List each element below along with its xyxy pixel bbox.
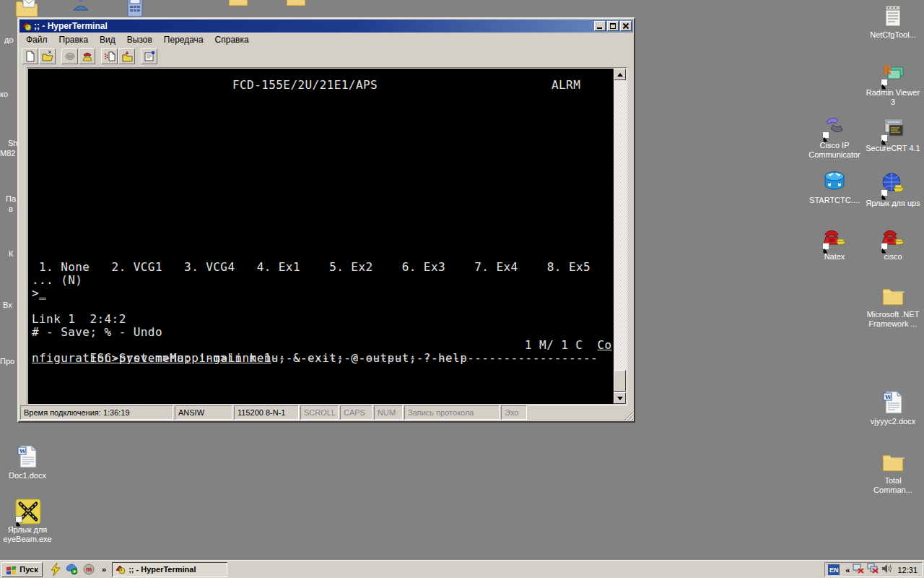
hidden-icon-label-fragment: К (9, 249, 13, 258)
terminal-help-line: ESC-prev.menu; !-main menu; &-exit; @-ou… (32, 339, 614, 391)
desktop-icon-dotnet-folder[interactable]: Microsoft .NET Framework ... (864, 283, 922, 329)
desktop-icon-total-commander[interactable]: Total Comman... (864, 449, 922, 495)
icon-label: Microsoft .NET Framework ... (864, 310, 922, 329)
cisco-ipc-icon (822, 114, 847, 139)
partial-icon-folder[interactable] (285, 0, 307, 10)
status-connection-time: Время подключения: 1:36:19 (20, 405, 173, 420)
desktop-icon-cisco[interactable]: cisco (864, 225, 922, 262)
desktop-icon-ups-shortcut[interactable]: Ярлык для ups (864, 172, 922, 208)
call-button[interactable] (79, 48, 95, 64)
receive-file-button[interactable] (118, 48, 135, 64)
desktop-icon-startctc[interactable]: STARTCTC.... (806, 169, 863, 205)
desktop-icon-radmin-viewer[interactable]: R Radmin Viewer 3 (864, 61, 922, 107)
terminal-path-wrap: Co (598, 338, 612, 352)
icon-label: SecureCRT 4.1 (866, 144, 920, 153)
folder-icon (881, 283, 905, 308)
status-scroll-lock: SCROLL (300, 405, 339, 420)
hyperterminal-window: ;; - HyperTerminal Файл Правка Вид Вызов… (17, 17, 635, 423)
securecrt-icon (881, 117, 905, 142)
mcafee-icon[interactable]: m (82, 563, 95, 576)
disconnect-button[interactable] (61, 48, 78, 64)
icon-label: Doc1.docx (9, 471, 46, 480)
terminal-save-line: # - Save; % - Undo (32, 326, 614, 339)
quick-launch-overflow-chevron[interactable]: » (102, 565, 106, 574)
desktop-icon-vjyyyc2-docx[interactable]: W vjyyyc2.docx (864, 390, 922, 426)
properties-button[interactable] (141, 48, 157, 64)
network-disconnected-icon[interactable] (853, 563, 864, 577)
scroll-up-button[interactable] (614, 69, 626, 80)
icon-label: Total Comman... (864, 476, 922, 495)
terminal-counts: 1 M/ 1 C (525, 338, 598, 352)
desktop-icon-cisco-ip-communicator[interactable]: Cisco IP Communicator (806, 114, 863, 160)
send-file-button[interactable] (101, 48, 118, 64)
start-label: Пуск (19, 565, 38, 574)
menu-call[interactable]: Вызов (121, 33, 158, 46)
svg-text:W: W (884, 393, 892, 400)
scroll-down-button[interactable] (614, 392, 626, 404)
lightning-icon[interactable] (49, 563, 62, 576)
desktop-icon-eyebeam-shortcut[interactable]: Ярлык для eyeBeam.exe (0, 499, 56, 544)
status-port-settings: 115200 8-N-1 (234, 405, 299, 420)
close-button[interactable] (620, 21, 632, 31)
language-indicator[interactable]: EN (828, 564, 840, 575)
word-document-icon: W (15, 444, 40, 469)
windows-logo-icon (6, 564, 17, 574)
maximize-button[interactable] (607, 21, 619, 31)
svg-text:m: m (86, 566, 92, 573)
hidden-icon-label-fragment: Sh (8, 139, 17, 147)
title-bar[interactable]: ;; - HyperTerminal (19, 20, 633, 33)
start-button[interactable]: Пуск (1, 562, 43, 577)
status-bar: Время подключения: 1:36:19 ANSIW 115200 … (20, 405, 632, 420)
menu-view[interactable]: Вид (94, 33, 121, 46)
network-disconnected-icon[interactable] (867, 563, 879, 577)
hyperterminal-icon (116, 564, 126, 574)
partial-icon-folder[interactable] (227, 0, 249, 10)
terminal-more-line: ... (N) (32, 274, 614, 287)
desktop-icon-doc1-docx[interactable]: W Doc1.docx (0, 444, 56, 480)
menu-transfer[interactable]: Передача (158, 33, 209, 46)
cloud-play-icon[interactable] (66, 563, 79, 576)
terminal-screen[interactable]: FCD-155E/2U/21E1/APS ALRM 1. None 2. VCG… (28, 69, 614, 404)
icon-label: vjyyyc2.docx (871, 417, 915, 426)
clock[interactable]: 12:31 (897, 566, 918, 574)
shortcut-arrow-icon (881, 189, 888, 197)
toolbar (19, 46, 634, 66)
resize-grip[interactable] (624, 411, 633, 420)
taskbar-button-hyperterminal[interactable]: ;; - HyperTerminal (112, 562, 227, 577)
volume-icon[interactable] (881, 564, 892, 577)
desktop-icon-securecrt[interactable]: SecureCRT 4.1 (864, 117, 922, 153)
terminal-header-row: FCD-155E/2U/21E1/APS ALRM (32, 79, 614, 131)
open-connection-button[interactable] (39, 48, 56, 64)
hidden-icon-label-fragment: ко (0, 90, 8, 98)
new-connection-button[interactable] (22, 48, 38, 64)
desktop-icon-netcfgtool[interactable]: NetCfgTool... (864, 4, 922, 40)
menu-bar: Файл Правка Вид Вызов Передача Справка (19, 33, 634, 46)
hidden-icon-label-fragment: Про (0, 357, 14, 366)
icon-label: Ярлык для ups (866, 199, 920, 208)
router-icon (822, 169, 847, 194)
tray-chevron[interactable]: « (845, 566, 850, 574)
system-tray: EN « 12:31 (824, 562, 923, 577)
partial-icon-person[interactable] (71, 0, 91, 14)
terminal-scrollbar[interactable] (614, 69, 626, 404)
folder-icon (881, 449, 905, 474)
alarm-indicator: ALRM (552, 79, 580, 92)
hidden-icon-label-fragment: M82 (0, 149, 15, 158)
terminal-area: FCD-155E/2U/21E1/APS ALRM 1. None 2. VCG… (27, 67, 627, 405)
terminal-link-line: Link 1 2:4:2 (32, 313, 614, 326)
svg-text:W: W (19, 447, 27, 454)
status-capture: Запись протокола (404, 405, 500, 420)
shortcut-arrow-icon (822, 131, 829, 139)
minimize-button[interactable] (594, 21, 606, 31)
shortcut-arrow-icon (881, 243, 888, 250)
telephones-icon (822, 225, 847, 250)
shortcut-arrow-icon (822, 243, 829, 250)
desktop-icon-natex[interactable]: Natex (806, 225, 863, 262)
telephones-icon (881, 225, 905, 250)
menu-help[interactable]: Справка (209, 33, 255, 46)
svg-text:R: R (883, 64, 892, 77)
scrollbar-thumb[interactable] (614, 370, 626, 392)
menu-edit[interactable]: Правка (53, 33, 95, 46)
word-document-icon: W (881, 390, 905, 415)
menu-file[interactable]: Файл (20, 33, 53, 46)
